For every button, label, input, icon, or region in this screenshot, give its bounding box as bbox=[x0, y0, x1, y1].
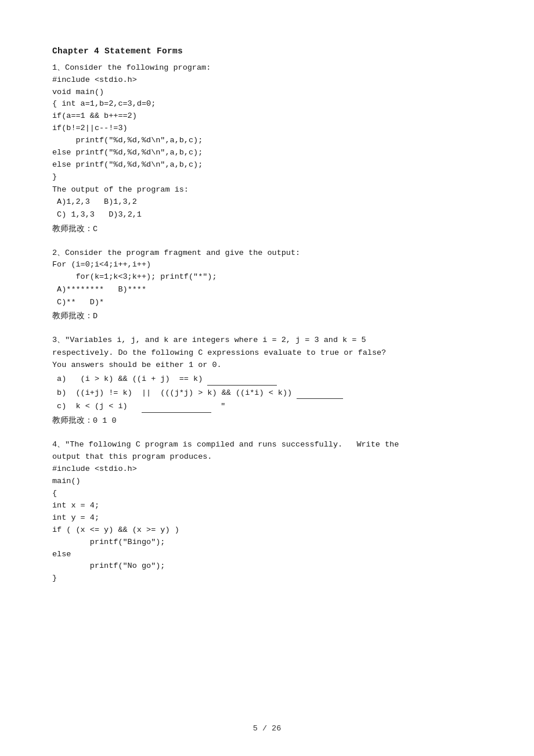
q4-number: 4、 bbox=[52, 440, 65, 449]
q4-intro-text: "The following C program is compiled and… bbox=[52, 440, 399, 462]
q4-code: #include <stdio.h> main() { int x = 4; i… bbox=[52, 463, 482, 585]
question-1: 1、Consider the following program: #inclu… bbox=[52, 62, 482, 234]
question-2: 2、Consider the program fragment and give… bbox=[52, 247, 482, 322]
q1-teacher-comment: 教师批改：C bbox=[52, 224, 482, 234]
q1-number: 1、 bbox=[52, 63, 65, 72]
page-footer: 5 / 26 bbox=[0, 724, 534, 733]
q2-options: A)******** B)**** C)** D)* bbox=[52, 283, 482, 308]
q3-sub-a: a) (i > k) && ((i + j) == k) bbox=[52, 373, 482, 386]
q3-a-blank bbox=[207, 377, 277, 386]
question-4: 4、"The following C program is compiled a… bbox=[52, 438, 482, 585]
q3-b-text: b) ((i+j) != k) || (((j*j) > k) && ((i*i… bbox=[52, 387, 297, 399]
q2-code: For (i=0;i<4;i++,i++) for(k=1;k<3;k++); … bbox=[52, 259, 482, 283]
q3-sub-b: b) ((i+j) != k) || (((j*j) > k) && ((i*i… bbox=[52, 387, 482, 399]
q2-intro: 2、Consider the program fragment and give… bbox=[52, 247, 482, 260]
q2-number: 2、 bbox=[52, 249, 65, 257]
q1-question: The output of the program is: bbox=[52, 183, 482, 196]
q2-intro-text: Consider the program fragment and give t… bbox=[65, 249, 300, 257]
chapter-title: Chapter 4 Statement Forms bbox=[52, 46, 482, 56]
q3-a-text: a) (i > k) && ((i + j) == k) bbox=[52, 373, 207, 386]
q1-intro: 1、Consider the following program: bbox=[52, 62, 482, 74]
q3-intro-text: "Variables i, j, and k are integers wher… bbox=[52, 336, 386, 369]
q3-intro: 3、"Variables i, j, and k are integers wh… bbox=[52, 334, 482, 372]
q3-teacher-comment: 教师批改：0 1 0 bbox=[52, 415, 482, 426]
page-container: Chapter 4 Statement Forms 1、Consider the… bbox=[0, 0, 534, 756]
q3-c-quote: " bbox=[211, 400, 225, 413]
q3-c-blank bbox=[142, 405, 211, 413]
page-number: 5 / 26 bbox=[253, 724, 282, 733]
q3-sub-c: c) k < (j < i) " bbox=[52, 400, 482, 413]
q4-intro: 4、"The following C program is compiled a… bbox=[52, 438, 482, 463]
q1-intro-text: Consider the following program: bbox=[65, 63, 211, 72]
q3-c-text: c) k < (j < i) bbox=[52, 400, 142, 413]
q1-options: A)1,2,3 B)1,3,2 C) 1,3,3 D)3,2,1 bbox=[52, 196, 482, 221]
q3-b-blank bbox=[297, 391, 343, 399]
q3-number: 3、 bbox=[52, 336, 65, 344]
question-3: 3、"Variables i, j, and k are integers wh… bbox=[52, 334, 482, 426]
q1-code: #include <stdio.h> void main() { int a=1… bbox=[52, 74, 482, 183]
q2-teacher-comment: 教师批改：D bbox=[52, 311, 482, 321]
